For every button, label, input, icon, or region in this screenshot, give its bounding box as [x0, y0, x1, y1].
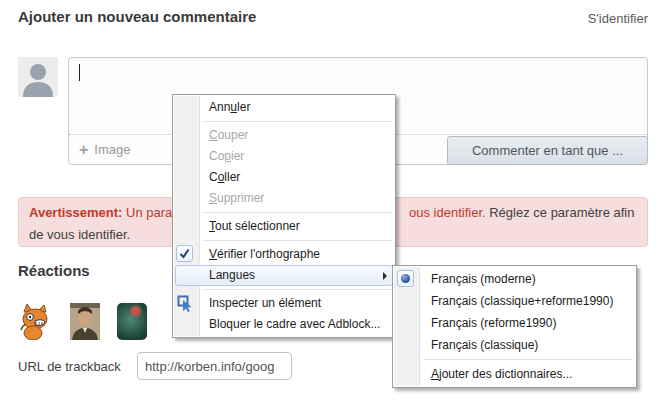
menu-item-label: Langues — [209, 268, 255, 282]
menu-separator — [203, 289, 392, 290]
menu-item-inspecter-element[interactable]: Inspecter un élément — [173, 293, 395, 314]
portrait-photo-icon — [70, 303, 100, 340]
context-menu: AnnulerCouperCopierCollerSupprimerTout s… — [172, 94, 396, 338]
reaction-avatar-portrait[interactable] — [70, 303, 100, 340]
warning-line-2: de vous identifier. — [29, 227, 130, 242]
menu-item-bloquer-adblock[interactable]: Bloquer le cadre avec Adblock... — [173, 314, 395, 335]
menu-item-supprimer[interactable]: Supprimer — [173, 188, 395, 209]
menu-item-label: Français (reforme1990) — [431, 316, 556, 330]
menu-item-label: Français (classique+reforme1990) — [431, 294, 613, 308]
add-image-label: Image — [94, 142, 130, 157]
menu-item-francais-reforme1990[interactable]: Français (reforme1990) — [393, 312, 636, 334]
menu-item-label: Copier — [209, 149, 244, 163]
menu-item-tout-selectionner[interactable]: Tout sélectionner — [173, 216, 395, 237]
warning-label: Avertissement: — [29, 205, 122, 220]
menu-item-label: Inspecter un élément — [209, 296, 321, 310]
menu-item-couper[interactable]: Couper — [173, 125, 395, 146]
signin-link[interactable]: S'identifier — [588, 11, 648, 26]
menu-item-verifier-orthographe[interactable]: Vérifier l'orthographe — [173, 244, 395, 265]
menu-item-coller[interactable]: Coller — [173, 167, 395, 188]
menu-item-copier[interactable]: Copier — [173, 146, 395, 167]
plus-icon: + — [79, 142, 88, 158]
menu-item-annuler[interactable]: Annuler — [173, 97, 395, 118]
warning-text-right: ous identifier. Réglez ce paramètre afin — [409, 205, 634, 220]
menu-item-label: Vérifier l'orthographe — [209, 247, 320, 261]
comment-page: Ajouter un nouveau commentaire S'identif… — [0, 0, 659, 402]
menu-item-label: Français (moderne) — [431, 272, 536, 286]
cat-cartoon-icon — [18, 303, 52, 340]
menu-item-ajouter-dictionnaires[interactable]: Ajouter des dictionnaires... — [393, 363, 636, 385]
menu-item-label: Couper — [209, 128, 248, 142]
page-title: Ajouter un nouveau commentaire — [18, 8, 256, 25]
reaction-avatar-fantasy[interactable] — [117, 303, 147, 340]
warning-text-left: Un para — [122, 205, 172, 220]
menu-separator — [423, 359, 633, 360]
menu-item-francais-classique[interactable]: Français (classique) — [393, 334, 636, 356]
trackback-input[interactable] — [137, 352, 292, 380]
menu-item-label: Bloquer le cadre avec Adblock... — [209, 317, 380, 331]
add-image-button[interactable]: + Image — [79, 142, 130, 158]
menu-item-label: Supprimer — [209, 191, 264, 205]
menu-item-label: Annuler — [209, 100, 250, 114]
radio-bullet-icon — [397, 270, 414, 287]
menu-item-label: Coller — [209, 170, 240, 184]
menu-item-francais-classique-reforme1990[interactable]: Français (classique+reforme1990) — [393, 290, 636, 312]
person-silhouette-icon — [18, 57, 58, 97]
commenter-avatar — [18, 57, 58, 97]
language-submenu: Français (moderne)Français (classique+re… — [392, 265, 637, 388]
menu-item-francais-moderne[interactable]: Français (moderne) — [393, 268, 636, 290]
text-cursor — [79, 64, 80, 81]
menu-separator — [203, 212, 392, 213]
menu-separator — [203, 240, 392, 241]
trackback-label: URL de trackback — [18, 359, 121, 374]
menu-item-label: Ajouter des dictionnaires... — [431, 367, 572, 381]
inspect-element-icon — [177, 295, 194, 312]
menu-item-label: Français (classique) — [431, 338, 538, 352]
reaction-avatar-cat[interactable] — [18, 303, 52, 340]
menu-item-label: Tout sélectionner — [209, 219, 300, 233]
checkmark-icon — [176, 245, 193, 262]
menu-item-langues[interactable]: Langues — [173, 265, 395, 286]
menu-separator — [203, 121, 392, 122]
comment-as-button[interactable]: Commenter en tant que ... — [447, 136, 648, 165]
reactions-title: Réactions — [18, 262, 90, 279]
submenu-arrow-icon — [383, 272, 387, 280]
